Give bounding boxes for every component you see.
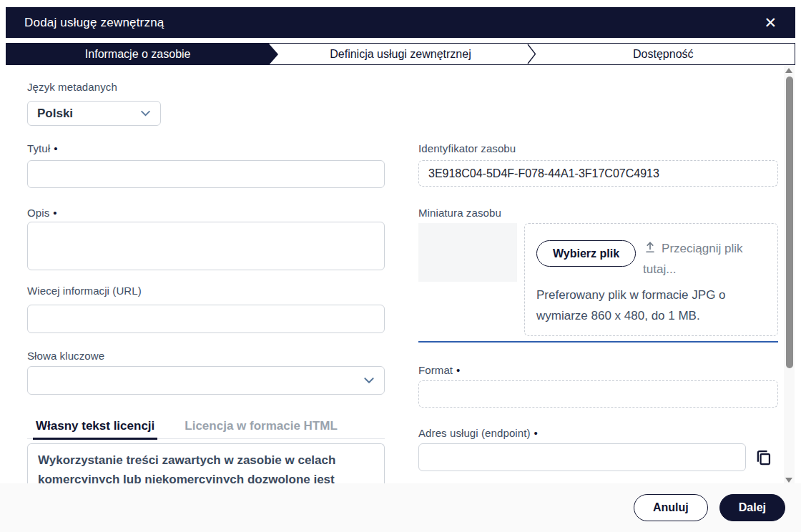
- modal-title: Dodaj usługę zewnętrzną: [24, 16, 164, 30]
- drag-hint-text: Przeciągnij plik tutaj...: [643, 242, 742, 276]
- scrollbar-up-arrow-icon[interactable]: [785, 68, 792, 73]
- license-text-area[interactable]: Wykorzystanie treści zawartych w zasobie…: [27, 443, 385, 483]
- upload-icon: [643, 244, 657, 257]
- chevron-down-icon: [363, 374, 375, 387]
- chevron-down-icon: [139, 107, 152, 119]
- identifier-label: Identyfikator zasobu: [418, 142, 516, 154]
- format-label: Format•: [418, 364, 460, 376]
- required-marker: •: [54, 142, 57, 154]
- next-button[interactable]: Dalej: [719, 494, 785, 521]
- keywords-multiselect[interactable]: [27, 366, 385, 395]
- wizard-step-label: Informacje o zasobie: [85, 48, 191, 61]
- identifier-field: 3E918C04-5D4F-F078-44A1-3F17C07C4913: [418, 160, 778, 187]
- wizard-step-dostepnosc[interactable]: Dostępność: [532, 44, 795, 64]
- identifier-value: 3E918C04-5D4F-F078-44A1-3F17C07C4913: [428, 167, 659, 180]
- file-dropzone[interactable]: Wybierz plik Przeciągnij plik tutaj... P…: [524, 223, 778, 336]
- description-textarea[interactable]: [27, 222, 385, 270]
- required-marker: •: [53, 207, 56, 219]
- endpoint-input[interactable]: [418, 443, 746, 471]
- section-divider: [418, 341, 778, 343]
- description-label: Opis•: [27, 207, 57, 219]
- wizard-step-label: Dostępność: [633, 48, 694, 61]
- modal-footer: Anuluj Dalej: [0, 483, 801, 532]
- wizard-step-definicja-uslugi[interactable]: Definicja usługi zewnętrznej: [269, 44, 531, 64]
- thumbnail-label: Miniatura zasobu: [418, 207, 501, 219]
- required-marker: •: [456, 364, 460, 376]
- scrollbar-thumb[interactable]: [786, 77, 793, 368]
- title-input[interactable]: [27, 160, 385, 188]
- more-info-url-input[interactable]: [27, 305, 385, 333]
- wizard-step-informacje-o-zasobie[interactable]: Informacje o zasobie: [6, 44, 269, 64]
- format-field: [418, 380, 778, 408]
- language-select-value: Polski: [37, 107, 73, 121]
- drag-hint: Przeciągnij plik tutaj...: [643, 234, 750, 279]
- cancel-button[interactable]: Anuluj: [634, 494, 708, 521]
- language-select[interactable]: Polski: [27, 101, 161, 126]
- license-tabs: Własny tekst licencji Licencja w formaci…: [27, 415, 385, 439]
- tab-own-license-text[interactable]: Własny tekst licencji: [33, 415, 157, 440]
- preferred-file-hint: Preferowany plik w formacie JPG o wymiar…: [536, 285, 766, 326]
- step-separator-chevron-icon: [526, 44, 537, 64]
- thumbnail-placeholder: [418, 223, 517, 282]
- more-info-url-label: Wiecej informacji (URL): [27, 285, 142, 297]
- wizard-steps: Informacje o zasobie Definicja usługi ze…: [6, 43, 795, 65]
- wizard-step-label: Definicja usługi zewnętrznej: [330, 48, 471, 61]
- scrollbar[interactable]: [784, 66, 795, 485]
- endpoint-label: Adres usługi (endpoint)•: [418, 427, 538, 439]
- scrollbar-down-arrow-icon[interactable]: [785, 478, 792, 483]
- required-marker: •: [534, 427, 538, 439]
- language-label: Język metadanych: [27, 81, 117, 93]
- tab-license-html[interactable]: Licencja w formacie HTML: [182, 415, 340, 440]
- copy-icon[interactable]: [752, 446, 774, 468]
- title-label: Tytuł•: [27, 142, 58, 154]
- keywords-label: Słowa kluczowe: [27, 350, 104, 362]
- modal-header: Dodaj usługę zewnętrzną ✕: [6, 7, 795, 38]
- dropzone-row: Wybierz plik Przeciągnij plik tutaj...: [536, 234, 766, 279]
- close-icon[interactable]: ✕: [761, 14, 780, 31]
- choose-file-button[interactable]: Wybierz plik: [536, 240, 636, 267]
- active-step-arrow: [268, 43, 278, 65]
